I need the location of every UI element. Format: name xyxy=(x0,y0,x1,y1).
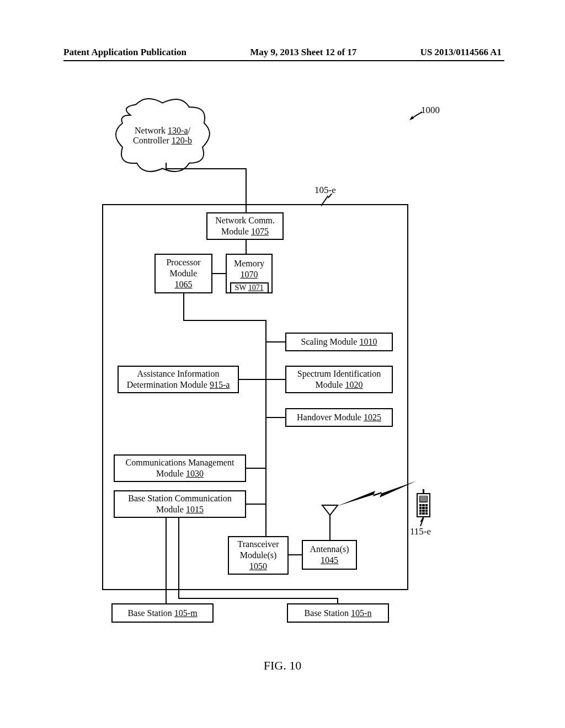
block-bs-m: Base Station 105-m xyxy=(111,603,214,623)
block-scaling: Scaling Module 1010 xyxy=(285,333,393,351)
conn-bsn-h xyxy=(178,598,338,599)
svg-marker-0 xyxy=(409,116,414,120)
svg-marker-3 xyxy=(337,481,417,506)
conn-ai xyxy=(239,379,265,380)
block-bs-n: Base Station 105-n xyxy=(287,603,389,623)
block-assistance: Assistance Information Determination Mod… xyxy=(118,366,239,393)
conn-cloud-ncm xyxy=(246,168,247,212)
conn-cloud-stub xyxy=(166,163,167,169)
mobile-device-icon xyxy=(417,490,430,517)
block-processor: Processor Module 1065 xyxy=(154,254,212,293)
block-transceiver: Transceiver Module(s) 1050 xyxy=(228,536,289,575)
ref-1000: 1000 xyxy=(421,105,440,116)
figure-caption: FIG. 10 xyxy=(0,659,565,673)
conn-bsc-down1 xyxy=(166,518,167,603)
conn-ho xyxy=(266,417,285,418)
conn-bus-h xyxy=(183,320,266,321)
radio-link-icon xyxy=(337,480,419,515)
conn-ncm-mem xyxy=(246,240,247,254)
cloud-text: Network 130-a/ Controller 120-b xyxy=(109,126,216,146)
conn-tx-top xyxy=(265,529,266,536)
block-handover: Handover Module 1025 xyxy=(285,408,393,427)
conn-bsn-v xyxy=(337,598,338,603)
conn-bsc-down2 xyxy=(178,518,179,598)
ref-105e: 105-e xyxy=(315,185,336,196)
conn-proc-bus xyxy=(183,293,184,320)
conn-tx-ant xyxy=(289,554,302,555)
block-memory: Memory 1070 SW 1071 xyxy=(226,254,273,293)
conn-cloud-horiz xyxy=(166,168,246,169)
block-spectrum-id: Spectrum Identification Module 1020 xyxy=(285,366,393,393)
conn-si xyxy=(266,379,285,380)
ref-115e: 115-e xyxy=(410,526,431,537)
block-ncm: Network Comm. Module 1075 xyxy=(206,212,284,240)
block-comm-mgmt: Communications Management Module 1030 xyxy=(114,454,246,482)
network-cloud: Network 130-a/ Controller 120-b xyxy=(109,97,216,176)
diagram: 1000 Network 130-a/ Controller 120-b 105… xyxy=(0,0,565,728)
conn-bsc xyxy=(246,504,265,505)
conn-scale xyxy=(266,341,285,342)
block-bs-comm: Base Station Communication Module 1015 xyxy=(114,490,246,518)
conn-cmm xyxy=(246,468,265,469)
conn-proc-mem xyxy=(212,273,226,274)
arrow-1000-icon xyxy=(408,110,424,121)
block-sw: SW 1071 xyxy=(230,282,269,293)
svg-marker-1 xyxy=(322,505,338,515)
block-antenna: Antenna(s) 1045 xyxy=(302,540,357,570)
